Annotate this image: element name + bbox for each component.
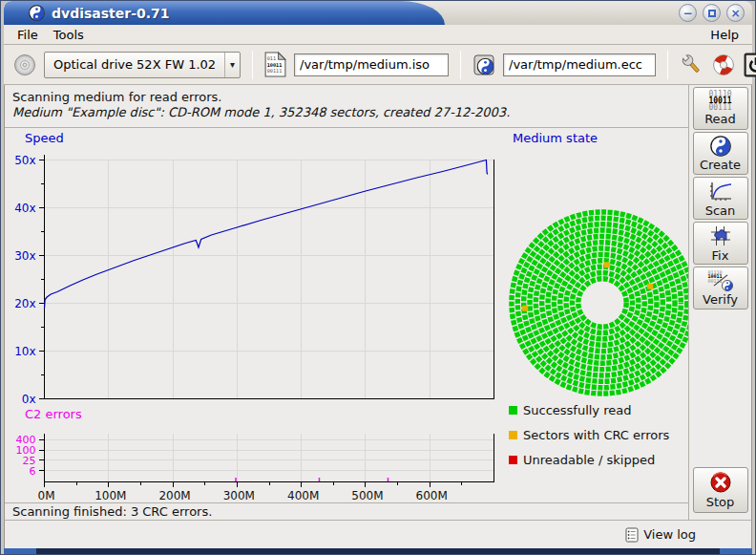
svg-text:011: 011 <box>267 55 276 61</box>
verify-button[interactable]: 01110 10011 00111 Verify <box>693 267 748 310</box>
toolbar-separator <box>667 51 668 79</box>
minimize-button[interactable]: − <box>679 4 697 22</box>
svg-text:300M: 300M <box>223 489 255 502</box>
svg-text:400M: 400M <box>287 489 319 502</box>
toolbar-separator <box>252 51 253 79</box>
legend-item-crc: Sectors with CRC errors <box>509 428 669 442</box>
svg-text:200M: 200M <box>158 489 190 502</box>
svg-text:500M: 500M <box>351 489 383 502</box>
drive-selector[interactable]: Optical drive 52X FW 1.02 ▾ <box>44 52 241 78</box>
create-button[interactable]: Create <box>693 132 748 175</box>
cd-drive-icon <box>13 53 36 76</box>
legend-label: Sectors with CRC errors <box>523 428 669 442</box>
chevron-down-icon[interactable]: ▾ <box>224 53 240 77</box>
scan-curve-icon <box>708 180 733 203</box>
stop-button[interactable]: Stop <box>693 467 748 513</box>
ecc-path-input[interactable] <box>503 53 656 76</box>
read-button[interactable]: 01110 10011 00111 Read <box>693 87 748 130</box>
ecc-file-icon <box>472 53 495 76</box>
status-line-2: Medium "Example disc": CD-ROM mode 1, 35… <box>12 105 681 120</box>
svg-text:40x: 40x <box>14 202 35 215</box>
iso-path-input[interactable] <box>294 53 449 76</box>
legend-swatch-green <box>509 406 517 415</box>
yinyang-small-icon <box>722 280 733 291</box>
iso-file-icon: 011 10011 00111 <box>264 52 286 77</box>
create-button-label: Create <box>700 158 741 172</box>
medium-state-title: Medium state <box>513 131 598 145</box>
fix-button[interactable]: Fix <box>693 222 748 265</box>
verify-button-label: Verify <box>703 292 738 307</box>
quit-power-icon[interactable] <box>744 53 756 77</box>
svg-text:10011: 10011 <box>267 62 283 68</box>
svg-text:600M: 600M <box>416 489 448 502</box>
close-button[interactable]: × <box>726 4 745 22</box>
svg-text:400: 400 <box>16 434 36 446</box>
menu-file[interactable]: File <box>10 27 46 43</box>
app-yinyang-icon <box>29 5 45 21</box>
legend-swatch-red <box>509 456 517 464</box>
legend-item-unreadable: Unreadable / skipped <box>509 453 669 467</box>
window-title: dvdisaster-0.71 <box>52 6 170 21</box>
legend-swatch-amber <box>509 431 517 439</box>
binary-read-icon: 01110 10011 00111 <box>708 91 731 111</box>
help-lifebuoy-icon[interactable] <box>711 53 736 77</box>
maximize-button[interactable] <box>703 4 721 22</box>
read-button-label: Read <box>704 112 736 126</box>
charts-area: 0x10x20x30x40x50x6251004000M100M200M300M… <box>5 128 688 502</box>
menu-help[interactable]: Help <box>703 27 746 43</box>
status-panel: Scanning medium for read errors. Medium … <box>5 85 688 128</box>
svg-text:50x: 50x <box>14 154 35 167</box>
toolbar: Optical drive 52X FW 1.02 ▾ 011 10011 00… <box>4 45 752 85</box>
medium-state-legend: Successfully read Sectors with CRC error… <box>509 403 669 467</box>
puzzle-fix-icon <box>709 224 732 247</box>
maximize-icon <box>708 10 716 17</box>
drive-selector-value: Optical drive 52X FW 1.02 <box>45 57 224 72</box>
window-bottom-edge <box>4 548 752 554</box>
preferences-wrench-icon[interactable] <box>680 53 704 76</box>
scan-button-label: Scan <box>705 203 736 218</box>
svg-text:20x: 20x <box>14 297 35 310</box>
legend-item-ok: Successfully read <box>509 403 669 417</box>
legend-label: Unreadable / skipped <box>523 453 655 467</box>
menu-tools[interactable]: Tools <box>46 27 92 43</box>
svg-text:00111: 00111 <box>267 68 283 74</box>
menubar: File Tools Help <box>4 25 752 45</box>
stop-button-label: Stop <box>706 495 735 509</box>
app-window: dvdisaster-0.71 − × File Tools Help Opti… <box>0 0 756 555</box>
titlebar: dvdisaster-0.71 − × <box>4 1 752 25</box>
status-line-1: Scanning medium for read errors. <box>12 90 681 105</box>
svg-text:0M: 0M <box>38 489 55 502</box>
scan-button[interactable]: Scan <box>693 177 748 220</box>
svg-text:30x: 30x <box>14 249 35 263</box>
svg-text:100M: 100M <box>94 489 126 502</box>
fix-button-label: Fix <box>712 248 729 263</box>
svg-text:10x: 10x <box>14 345 35 358</box>
minimize-icon: − <box>682 8 692 19</box>
scan-result-status: Scanning finished: 3 CRC errors. <box>5 502 688 520</box>
action-button-panel: 01110 10011 00111 Read Create Scan <box>688 85 751 520</box>
legend-label: Successfully read <box>523 403 631 417</box>
verify-compare-icon: 01110 10011 00111 <box>708 270 733 291</box>
stop-icon <box>709 471 732 494</box>
main-area: Scanning medium for read errors. Medium … <box>4 85 752 520</box>
close-icon: × <box>730 8 740 19</box>
view-log-link[interactable]: View log <box>643 527 696 542</box>
log-list-icon[interactable] <box>625 527 639 543</box>
c2-chart-title: C2 errors <box>25 407 82 421</box>
yinyang-create-icon <box>710 136 731 157</box>
bottom-statusbar: View log <box>4 520 752 548</box>
svg-text:0x: 0x <box>22 393 36 406</box>
toolbar-separator <box>460 51 461 79</box>
main-left-column: Scanning medium for read errors. Medium … <box>5 85 688 520</box>
speed-chart-title: Speed <box>25 131 64 145</box>
